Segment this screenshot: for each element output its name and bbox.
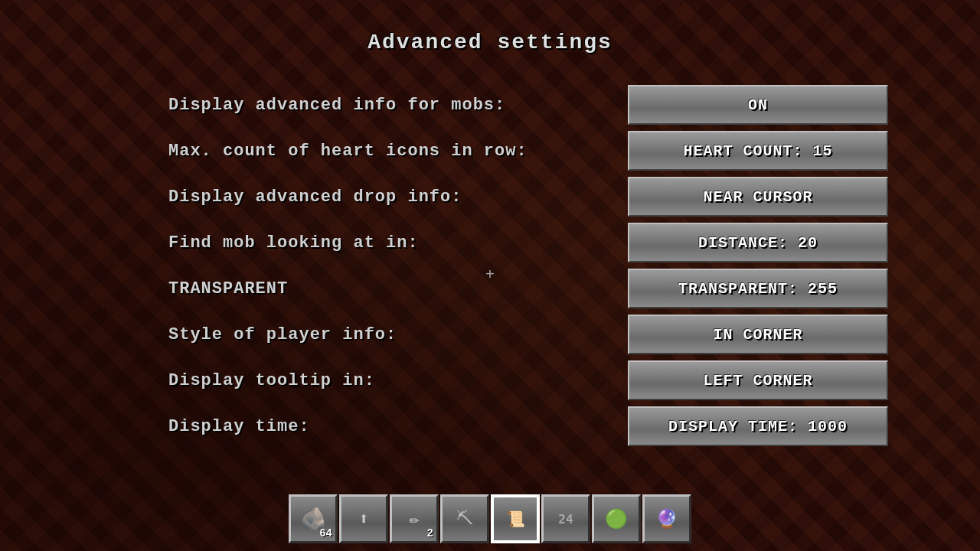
btn-transparent[interactable]: TRANSPARENT: 255 xyxy=(628,269,888,308)
page-title: Advanced settings xyxy=(368,31,612,54)
btn-mob-distance[interactable]: DISTANCE: 20 xyxy=(628,223,888,262)
label-player-info-style: Style of player info: xyxy=(153,325,612,344)
label-display-time: Display time: xyxy=(153,417,612,436)
btn-display-time[interactable]: DISPLAY TIME: 1000 xyxy=(628,406,888,446)
settings-grid: Display advanced info for mobs: ON Max. … xyxy=(153,85,827,446)
btn-player-info-style[interactable]: IN CORNER xyxy=(628,315,888,354)
btn-mob-info[interactable]: ON xyxy=(628,85,888,125)
label-mob-info: Display advanced info for mobs: xyxy=(153,96,612,115)
label-mob-distance: Find mob looking at in: xyxy=(153,233,612,253)
label-tooltip: Display tooltip in: xyxy=(153,371,612,390)
label-heart-count: Max. count of heart icons in row: xyxy=(153,142,612,161)
btn-drop-info[interactable]: NEAR CURSOR xyxy=(628,177,888,217)
label-transparent: TRANSPARENT xyxy=(153,279,612,298)
btn-heart-count[interactable]: HEART COUNT: 15 xyxy=(628,131,888,171)
btn-tooltip[interactable]: LEFT CORNER xyxy=(628,360,888,400)
label-drop-info: Display advanced drop info: xyxy=(153,187,612,207)
main-container: Advanced settings Display advanced info … xyxy=(0,0,980,551)
